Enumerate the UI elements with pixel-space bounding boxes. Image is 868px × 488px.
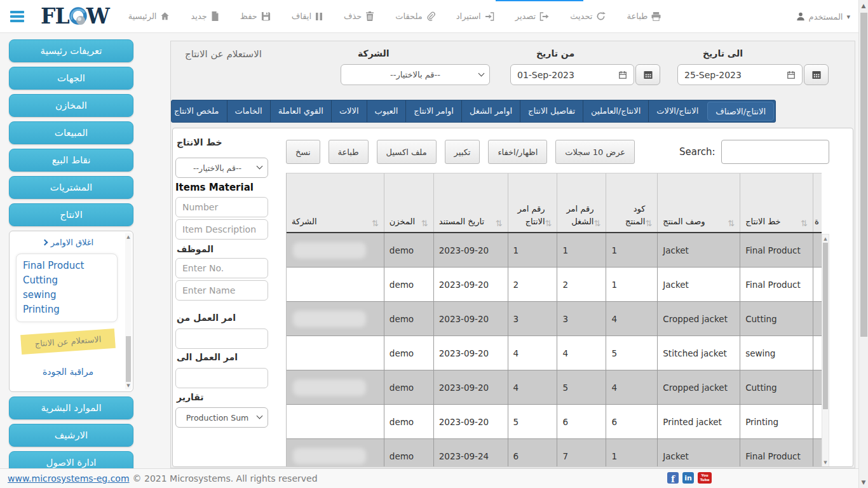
scroll-down-icon[interactable]: ▼	[859, 479, 868, 485]
date-from-picker-button[interactable]	[635, 64, 660, 85]
date-to-input[interactable]: 25-Sep-2023	[677, 64, 803, 85]
production-line-link[interactable]: Final Product	[23, 259, 111, 273]
close-orders-link[interactable]: اغلاق الاوامر	[13, 238, 123, 247]
tab[interactable]: الالات	[331, 100, 367, 122]
tab[interactable]: ملخص الانتاج	[171, 100, 227, 122]
table-scrollbar[interactable]: ▲ ▼	[822, 234, 829, 467]
sidebar-item[interactable]: المشتريات	[9, 176, 133, 199]
column-header-work-order-no[interactable]: رقم امر الشغل ⇅	[557, 173, 606, 232]
sort-icon[interactable]: ⇅	[593, 219, 600, 227]
column-header-warehouse[interactable]: المخزن ⇅	[384, 173, 434, 232]
sort-icon[interactable]: ⇅	[728, 219, 735, 227]
production-line-link[interactable]: Printing	[23, 302, 111, 317]
production-line-link[interactable]: sewing	[23, 288, 111, 302]
column-header-production-line[interactable]: خط الانتاج ⇅	[740, 173, 813, 232]
scroll-up-icon[interactable]: ▲	[859, 3, 868, 9]
excel-export-button[interactable]: ملف اكسيل	[377, 140, 437, 164]
print-button[interactable]: طباعة	[329, 140, 369, 164]
sort-icon[interactable]: ⇅	[372, 219, 379, 227]
submenu-scrollbar[interactable]: ▲ ▼	[125, 233, 132, 390]
toolbar-item[interactable]: ايقاف	[292, 11, 323, 21]
sort-icon[interactable]: ⇅	[545, 219, 552, 227]
toolbar-item[interactable]: جديد	[191, 11, 219, 21]
tab[interactable]: الخامات	[227, 100, 270, 122]
user-menu[interactable]: المستخدم ▾	[796, 0, 850, 33]
column-header-product-code[interactable]: كود المنتج ⇅	[606, 173, 658, 232]
youtube-icon[interactable]: You Tube	[698, 472, 712, 484]
scrollbar-thumb[interactable]	[860, 13, 867, 337]
work-order-from-input[interactable]	[175, 329, 268, 349]
reports-select[interactable]: Production Sum	[175, 407, 268, 428]
sidebar-item[interactable]: المخازن	[9, 94, 133, 117]
toolbar-item[interactable]: استيراد	[456, 11, 494, 21]
employee-no-input[interactable]	[175, 258, 268, 278]
table-row[interactable]: demo 2023-09-24 6 7 1 Jacket Final Produ…	[287, 439, 822, 467]
scroll-up-icon[interactable]: ▲	[125, 234, 132, 240]
search-input[interactable]	[721, 140, 829, 164]
toolbar-item[interactable]: تحديث	[570, 11, 606, 21]
sort-icon[interactable]: ⇅	[801, 219, 808, 227]
sort-icon[interactable]: ⇅	[496, 219, 503, 227]
sort-icon[interactable]: ⇅	[645, 219, 652, 227]
calendar-outline-icon[interactable]	[618, 71, 627, 79]
tab[interactable]: الانتاج/العاملين	[583, 100, 648, 122]
show-hide-button[interactable]: اظهار/اخفاء	[488, 140, 547, 164]
show-records-button[interactable]: عرض 10 سجلات	[555, 140, 635, 164]
toolbar-item[interactable]: طباعة	[627, 11, 661, 21]
sidebar-item[interactable]: الموارد البشرية	[9, 396, 133, 419]
tab[interactable]: تفاصيل الانتاج	[520, 100, 583, 122]
tab[interactable]: اوامر الشغل	[461, 100, 520, 122]
table-row[interactable]: demo 2023-09-20 3 3 4 Cropped jacket Cut…	[287, 302, 822, 336]
menu-icon[interactable]	[10, 11, 24, 22]
date-to-picker-button[interactable]	[804, 64, 829, 85]
table-row[interactable]: demo 2023-09-20 4 4 5 Stitched jacket se…	[287, 336, 822, 370]
sidebar-item[interactable]: الارشيف	[9, 424, 133, 447]
sidebar-item[interactable]: الانتاج	[9, 203, 133, 226]
site-link[interactable]: www.microsystems-eg.com	[8, 473, 130, 484]
quality-control-link[interactable]: مراقبة الجودة	[13, 367, 123, 377]
company-select[interactable]: --قم بالاختيار--	[341, 64, 490, 85]
linkedin-icon[interactable]: in	[682, 472, 694, 484]
table-row[interactable]: demo 2023-09-20 5 6 6 Printed jacket Pri…	[287, 405, 822, 439]
column-header-production-order-no[interactable]: رقم امر الانتاج ⇅	[508, 173, 558, 232]
tab[interactable]: العيوب	[367, 100, 406, 122]
calendar-outline-icon[interactable]	[787, 71, 796, 79]
production-line-link[interactable]: Cutting	[23, 273, 111, 288]
date-from-input[interactable]: 01-Sep-2023	[510, 64, 634, 85]
sidebar-item[interactable]: الجهات	[9, 67, 133, 90]
table-row[interactable]: demo 2023-09-20 1 1 1 Jacket Final Produ…	[287, 233, 822, 268]
scroll-down-icon[interactable]: ▼	[125, 383, 132, 389]
toolbar-item[interactable]: الرئيسية	[128, 11, 170, 21]
column-header-document-date[interactable]: تاريخ المستند ⇅	[434, 173, 508, 232]
tab[interactable]: القوي العاملة	[270, 100, 331, 122]
scrollbar-thumb[interactable]	[823, 243, 828, 409]
table-row[interactable]: demo 2023-09-20 4 5 4 Cropped jacket Cut…	[287, 370, 822, 405]
tab[interactable]: الانتاج/الاصناف	[707, 102, 774, 121]
column-header-product-description[interactable]: وصف المنتج ⇅	[658, 173, 740, 232]
scrollbar-thumb[interactable]	[126, 336, 131, 382]
sidebar-item[interactable]: نقاط البيع	[9, 149, 133, 172]
toolbar-item[interactable]: حفظ	[240, 11, 271, 21]
sort-icon[interactable]: ⇅	[421, 219, 428, 227]
copy-button[interactable]: نسخ	[286, 140, 320, 164]
production-line-select[interactable]: --قم بالاختيار--	[175, 158, 268, 178]
facebook-icon[interactable]: f	[667, 472, 679, 484]
tab[interactable]: اوامر الانتاج	[405, 100, 461, 122]
table-row[interactable]: demo 2023-09-20 2 2 1 Jacket Final Produ…	[287, 268, 822, 302]
sidebar-item[interactable]: تعريفات رئيسية	[9, 39, 133, 62]
employee-name-input[interactable]	[175, 280, 268, 301]
toolbar-item[interactable]: تصدير	[515, 11, 550, 21]
column-header-company[interactable]: الشركة ⇅	[287, 173, 384, 232]
toolbar-item[interactable]: حذف	[344, 11, 374, 21]
page-scrollbar[interactable]: ▲ ▼	[858, 0, 868, 488]
toolbar-item[interactable]: ملحقات	[395, 11, 435, 21]
item-number-input[interactable]	[175, 197, 268, 217]
tab[interactable]: الانتاج/الالات	[648, 100, 706, 122]
item-description-input[interactable]	[175, 219, 268, 240]
sidebar-item[interactable]: المبيعات	[9, 121, 133, 144]
scroll-down-icon[interactable]: ▼	[822, 459, 829, 466]
sidebar-item-production-inquiry[interactable]: الاستعلام عن الانتاج	[20, 329, 116, 355]
work-order-to-input[interactable]	[175, 368, 268, 388]
enlarge-button[interactable]: تكبير	[445, 140, 480, 164]
scroll-up-icon[interactable]: ▲	[822, 236, 829, 242]
